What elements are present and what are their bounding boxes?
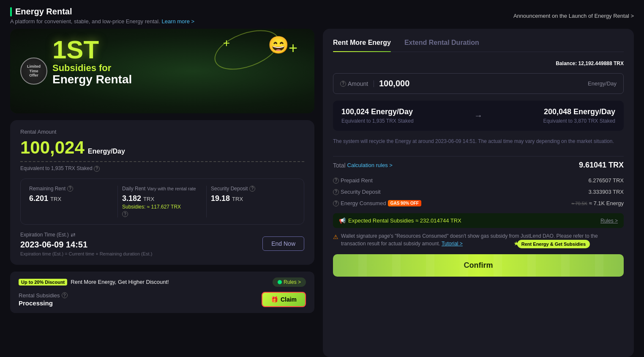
current-energy-side: 100,024 Energy/Day Equivalent to 1,935 T… xyxy=(341,107,467,124)
expiry-info: Expiration Time (Est.) ⇄ 2023-06-09 14:5… xyxy=(20,231,152,256)
promo-banner: Limited Time Offer 1ST Subsidies for Ene… xyxy=(10,29,314,113)
consumed-help-icon[interactable]: ? xyxy=(333,200,339,206)
new-energy-side: 200,048 Energy/Day Equivalent to 3,870 T… xyxy=(489,107,615,124)
energy-arrow-icon: → xyxy=(474,111,483,121)
subsidy-status: Processing xyxy=(19,299,68,307)
daily-rent-value: 3.182 TRX xyxy=(122,194,202,203)
confirm-button[interactable]: Confirm xyxy=(333,254,624,277)
security-deposit-help-icon[interactable]: ? xyxy=(333,189,339,195)
subsidy-label-help-icon[interactable]: ? xyxy=(62,292,68,298)
energy-comparison: 100,024 Energy/Day Equivalent to 1,935 T… xyxy=(333,101,624,131)
rules-label: Rules > xyxy=(284,279,301,285)
limited-time-badge: Limited Time Offer xyxy=(20,58,47,85)
remaining-rent-label: Remaining Rent ? xyxy=(29,186,113,192)
banner-energy-rental: Energy Rental xyxy=(52,74,132,85)
amount-help-icon[interactable]: ? xyxy=(340,81,346,87)
prepaid-rent-value: 6.276507 TRX xyxy=(588,177,624,184)
rental-amount-unit: Energy/Day xyxy=(88,148,125,155)
banner-plus-decoration-1: + xyxy=(223,36,230,50)
balance-row: Balance: 12,192.449888 TRX xyxy=(333,60,624,66)
banner-plus-decoration-2: + xyxy=(289,39,297,57)
title-bar-decoration xyxy=(10,7,12,16)
tutorial-link[interactable]: Tutorial > xyxy=(442,241,463,247)
tab-extend-rental[interactable]: Extend Rental Duration xyxy=(404,39,479,52)
equiv-help-icon[interactable]: ? xyxy=(94,166,100,172)
header-title: Energy Rental xyxy=(10,7,194,16)
expiry-swap-icon[interactable]: ⇄ xyxy=(71,231,76,238)
amount-label-wrap: ? Amount xyxy=(340,80,374,87)
energy-consumed-label: ? Energy Consumed GAS 90% OFF xyxy=(333,200,421,206)
subsidy-notice-text: 📢 Expected Rental Subsidies ≈ 232.014744… xyxy=(339,217,461,224)
recycle-note: The system will recycle the Energy at ar… xyxy=(333,137,624,145)
amount-input[interactable] xyxy=(379,79,588,88)
daily-subsidy: Subsidies: ≈ 117.627 TRX xyxy=(122,204,202,210)
right-panel: Rent More Energy Extend Rental Duration … xyxy=(323,29,634,357)
rental-amount-display: 100,024 Energy/Day xyxy=(20,137,304,158)
subsidy-rules-link[interactable]: Rules > xyxy=(600,218,618,224)
total-value: 9.61041 TRX xyxy=(579,161,624,170)
energy-consumed-row: ? Energy Consumed GAS 90% OFF ≈ 70.5K ≈ … xyxy=(333,198,624,209)
expiry-label: Expiration Time (Est.) ⇄ xyxy=(20,231,152,238)
confirm-tooltip: Rent Energy & Get Subsidies xyxy=(517,240,590,248)
main-content: Limited Time Offer 1ST Subsidies for Ene… xyxy=(10,29,634,357)
divider-1 xyxy=(333,156,624,157)
prepaid-help-icon[interactable]: ? xyxy=(333,178,339,184)
tabs: Rent More Energy Extend Rental Duration xyxy=(333,39,624,52)
confirm-button-container: Rent Energy & Get Subsidies Confirm xyxy=(333,253,624,277)
remaining-rent-value: 6.201 TRX xyxy=(29,194,113,203)
security-deposit-value: 19.18 TRX xyxy=(211,194,291,203)
banner-emoji-decoration: 😄 xyxy=(268,35,289,55)
left-panel: Limited Time Offer 1ST Subsidies for Ene… xyxy=(10,29,314,357)
gas-badge: GAS 90% OFF xyxy=(388,200,421,206)
balance-label: Balance: xyxy=(556,60,577,66)
end-now-button[interactable]: End Now xyxy=(262,236,304,251)
current-energy-equiv: Equivalent to 1,935 TRX Staked xyxy=(341,118,467,124)
toggle-indicator xyxy=(278,280,282,284)
amount-label: Amount xyxy=(348,80,368,87)
banner-1st: 1ST xyxy=(52,37,132,63)
balance-value: 12,192.449888 TRX xyxy=(579,60,624,66)
security-deposit-fee-label: ? Security Deposit xyxy=(333,189,381,195)
banner-text: 1ST Subsidies for Energy Rental xyxy=(52,37,132,85)
new-energy-amount: 200,048 Energy/Day xyxy=(489,107,615,116)
daily-rent-label: Daily Rent Vary with the rental rate xyxy=(122,186,202,192)
consumed-strike: ≈ 70.5K xyxy=(571,201,587,206)
remaining-rent-stat: Remaining Rent ? 6.201 TRX xyxy=(29,186,118,217)
rental-equivalent: Equivalent to 1,935 TRX Staked ? xyxy=(20,165,304,172)
expiry-value: 2023-06-09 14:51 xyxy=(20,240,152,250)
security-deposit-stat: Security Deposit ? 19.18 TRX xyxy=(207,186,295,217)
subsidy-notice: 📢 Expected Rental Subsidies ≈ 232.014744… xyxy=(333,213,624,228)
current-energy-amount: 100,024 Energy/Day xyxy=(341,107,467,116)
energy-consumed-value: ≈ 70.5K ≈ 7.1K Energy xyxy=(571,200,624,206)
amount-divider xyxy=(20,161,304,162)
header: Energy Rental A platform for convenient,… xyxy=(10,0,634,29)
amount-input-row: ? Amount Energy/Day xyxy=(333,73,624,94)
tab-rent-more[interactable]: Rent More Energy xyxy=(333,39,391,52)
security-deposit-label: Security Deposit ? xyxy=(211,186,291,192)
learn-more-link[interactable]: Learn more > xyxy=(161,18,194,25)
subsidy-label: Rental Subsidies ? xyxy=(19,292,68,299)
remaining-help-icon[interactable]: ? xyxy=(67,186,73,192)
new-energy-equiv: Equivalent to 3,870 TRX Staked xyxy=(489,118,615,124)
discount-badge: Up to 20% Discount xyxy=(19,279,67,286)
security-deposit-fee-value: 3.333903 TRX xyxy=(588,189,624,195)
discount-title: Up to 20% Discount Rent More Energy, Get… xyxy=(19,279,169,286)
announcement-link[interactable]: Announcement on the Launch of Energy Ren… xyxy=(513,13,634,19)
rules-button[interactable]: Rules > xyxy=(273,277,306,287)
energy-day-unit: Energy/Day xyxy=(588,80,617,87)
security-help-icon[interactable]: ? xyxy=(249,186,255,192)
subsidy-row: Rental Subsidies ? Processing 🎁 Claim xyxy=(19,292,306,307)
subsidy-help-icon[interactable]: ? xyxy=(122,211,128,217)
rental-amount-label: Rental Amount xyxy=(20,129,304,135)
expiry-note: Expiration time (Est.) = Current time + … xyxy=(20,251,152,256)
calculation-rules-link[interactable]: Calculation rules > xyxy=(347,162,393,168)
banner-subsidies: Subsidies for xyxy=(52,63,132,74)
prepaid-rent-label: ? Prepaid Rent xyxy=(333,177,373,184)
claim-button[interactable]: 🎁 Claim xyxy=(262,292,306,307)
header-left: Energy Rental A platform for convenient,… xyxy=(10,7,194,25)
total-label: Total Calculation rules > xyxy=(333,162,393,169)
discount-text: Rent More Energy, Get Higher Discount! xyxy=(71,279,169,285)
discount-banner: Up to 20% Discount Rent More Energy, Get… xyxy=(10,272,314,313)
daily-rent-stat: Daily Rent Vary with the rental rate 3.1… xyxy=(118,186,207,217)
consumed-new-value: ≈ 7.1K Energy xyxy=(589,200,624,206)
